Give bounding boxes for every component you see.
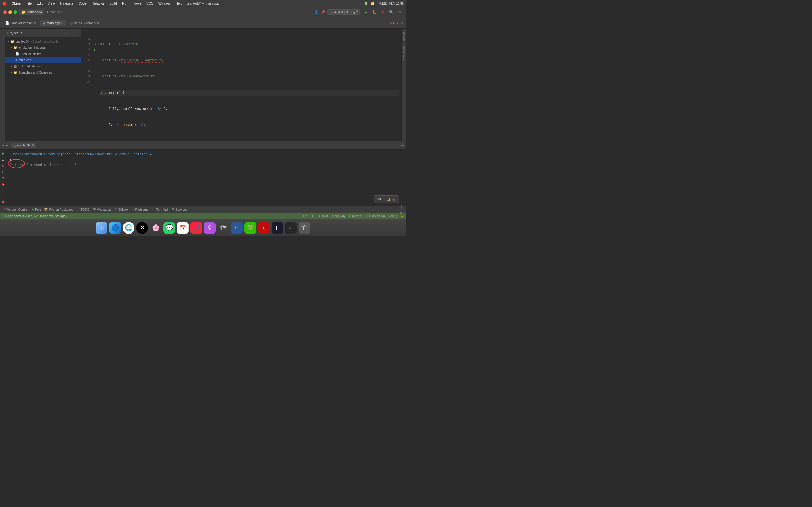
project-name: untitled34 <box>28 10 42 14</box>
project-tab[interactable]: 📁 untitled34 <box>19 9 44 15</box>
menu-run[interactable]: Run <box>120 1 131 6</box>
dock-whatsapp[interactable]: 💬 <box>163 222 175 234</box>
stop-button[interactable]: ■ <box>379 9 386 15</box>
structure-icon[interactable]: ≡ <box>0 36 5 40</box>
notifications-tab[interactable]: Notifications <box>402 45 406 62</box>
dock-music[interactable]: 🎵 <box>190 222 202 234</box>
file-tab[interactable]: ◆ main.cpp <box>47 10 62 14</box>
dock-x[interactable]: ✕ <box>136 222 148 234</box>
fold-10-icon[interactable]: ▸ <box>94 80 96 83</box>
run-tab-bottom[interactable]: ▶ Run <box>32 208 41 211</box>
menu-edit[interactable]: Edit <box>35 1 45 6</box>
run-main-icon[interactable]: ▶ <box>94 48 96 52</box>
run-tab-close[interactable]: ✕ <box>32 144 34 147</box>
fold-3-icon[interactable]: ▸ <box>94 43 96 46</box>
todo-tab[interactable]: ☑ TODO <box>77 208 90 211</box>
maximize-button[interactable] <box>13 10 17 14</box>
problems-tab[interactable]: ⚠ Problems <box>132 208 148 211</box>
menu-tools[interactable]: Tools <box>131 1 144 6</box>
menu-clion[interactable]: CLion <box>9 1 23 6</box>
dock-cursor[interactable]: ▌ <box>271 222 283 234</box>
cmake-tab[interactable]: ⚠ CMake <box>114 208 128 211</box>
tree-cmake-build[interactable]: ▶ 📁 cmake-build-debug <box>5 45 81 51</box>
run-config-dropdown[interactable]: untitled34 | Debug ▾ <box>327 9 360 15</box>
dock-podcasts[interactable]: 🎙 <box>204 222 216 234</box>
cursor-pos[interactable]: 11:1 <box>303 214 309 218</box>
dock-trash[interactable]: 🗑 <box>299 222 310 234</box>
ime-settings-icon[interactable]: ⚙ <box>393 198 396 202</box>
menu-code[interactable]: Code <box>76 1 89 6</box>
dock-iterm[interactable]: >_ <box>285 222 297 234</box>
tab-main-cpp-close[interactable]: ✕ <box>61 21 63 24</box>
menu-vcs[interactable]: VCS <box>144 1 156 6</box>
run-stop-icon[interactable]: ■ <box>1 200 6 205</box>
dock-launchpad[interactable]: ⊞ <box>96 222 107 234</box>
tree-external-libs[interactable]: ▶ 📚 External Libraries <box>5 63 81 69</box>
menu-view[interactable]: View <box>45 1 57 6</box>
clang-tidy[interactable]: .clang-tidy <box>331 214 345 218</box>
run-settings-icon[interactable]: ⚙ <box>1 163 6 168</box>
python-packages-tab[interactable]: 📦 Python Packages <box>44 208 73 211</box>
menu-build[interactable]: Build <box>107 1 119 6</box>
tab-small-vector-close[interactable]: ✕ <box>97 21 99 24</box>
collapse-icon[interactable]: ⊟ <box>68 31 70 35</box>
minimize-button[interactable] <box>8 10 12 14</box>
search-button[interactable]: 🔍 <box>388 9 394 15</box>
version-control-tab[interactable]: ⎇ Version Control <box>2 208 28 211</box>
more-options-icon[interactable]: ⋮ <box>396 144 400 147</box>
dock-netease[interactable]: ♫ <box>258 222 270 234</box>
indent[interactable]: 4 spaces <box>349 214 361 218</box>
dropdown-icon[interactable]: ▾ <box>20 31 22 34</box>
tree-root[interactable]: ▼ 📁 untitled34 ~/CLionProjects/untitle <box>5 38 81 45</box>
dock-chrome[interactable]: 🌐 <box>123 222 135 234</box>
dock-maps[interactable]: 🗺 <box>217 222 229 234</box>
tree-main-cpp[interactable]: ◆ main.cpp <box>5 57 81 63</box>
context[interactable]: C++: untitled34 | Debug <box>364 214 397 218</box>
scroll-down-icon[interactable]: ▼ <box>401 21 404 25</box>
run-bookmark-icon[interactable]: 🔖 <box>1 182 6 187</box>
menu-window[interactable]: Window <box>156 1 173 6</box>
run-print-icon[interactable]: 🖨 <box>1 175 6 180</box>
dock-photos[interactable]: 🌸 <box>150 222 161 234</box>
run-wrap-icon[interactable]: ↩ <box>1 169 6 174</box>
close-button[interactable] <box>3 10 7 14</box>
fold-1-icon[interactable]: ▸ <box>94 32 96 35</box>
database-tab[interactable]: Database <box>402 30 406 44</box>
code-content[interactable]: #include <iostream> #include <folly/smal… <box>98 29 402 141</box>
tree-scratches[interactable]: ▶ 📁 Scratches and Consoles <box>5 69 81 75</box>
locate-icon[interactable]: ◎ <box>64 31 66 35</box>
dock-wechat[interactable]: 💚 <box>245 222 256 234</box>
pin-icon[interactable]: 📌 <box>321 10 325 14</box>
project-panel-icon[interactable]: P <box>0 30 5 34</box>
structure-tab[interactable]: Structure <box>399 204 404 215</box>
menu-file[interactable]: File <box>24 1 34 6</box>
debug-button[interactable]: 🐛 <box>371 9 377 15</box>
run-tab[interactable]: ▢ untitled34 ✕ <box>11 143 36 148</box>
hide-panel-icon[interactable]: — <box>75 31 79 35</box>
menu-refactor[interactable]: Refactor <box>89 1 107 6</box>
tab-cmakelists-close[interactable]: ✕ <box>34 21 36 24</box>
tab-main-cpp[interactable]: ◆ main.cpp ✕ <box>40 20 66 26</box>
line-ending[interactable]: LF <box>312 214 316 218</box>
dock-clion[interactable]: C <box>231 222 243 234</box>
settings-icon[interactable]: ⋯ <box>71 31 74 35</box>
run-scroll-up-icon[interactable]: ▲ <box>1 157 6 162</box>
dock-finder[interactable]: 🔵 <box>109 222 121 234</box>
tab-small-vector[interactable]: ◇ small_vector.h ✕ <box>67 20 102 26</box>
minimize-panel-icon[interactable]: — <box>401 144 404 147</box>
services-tab[interactable]: ⚙ Services <box>171 208 187 211</box>
terminal-tab[interactable]: >_ Terminal <box>152 208 168 211</box>
encoding[interactable]: UTF-8 <box>319 214 328 218</box>
apple-icon[interactable]: 🍎 <box>2 1 7 6</box>
menu-help[interactable]: Help <box>173 1 185 6</box>
run-button[interactable]: ▶ <box>363 9 369 15</box>
run-again-icon[interactable]: ▶ <box>1 151 6 156</box>
tab-cmakelists[interactable]: 📄 CMakeLists.txt ✕ <box>2 20 39 26</box>
tree-cmakelists[interactable]: 📄 CMakeLists.txt <box>5 51 81 57</box>
dock-calendar[interactable]: 📅 <box>177 222 189 234</box>
messages-tab[interactable]: ✉ Messages <box>93 208 111 211</box>
scroll-up-icon[interactable]: ▲ <box>396 21 399 25</box>
settings-icon[interactable]: ⚙ <box>396 9 403 15</box>
code-editor[interactable]: 1 2 3 4 5 6 7 8 9 10 11 ▸ ▸ ▶ <box>81 29 402 141</box>
menu-navigate[interactable]: Navigate <box>58 1 75 6</box>
